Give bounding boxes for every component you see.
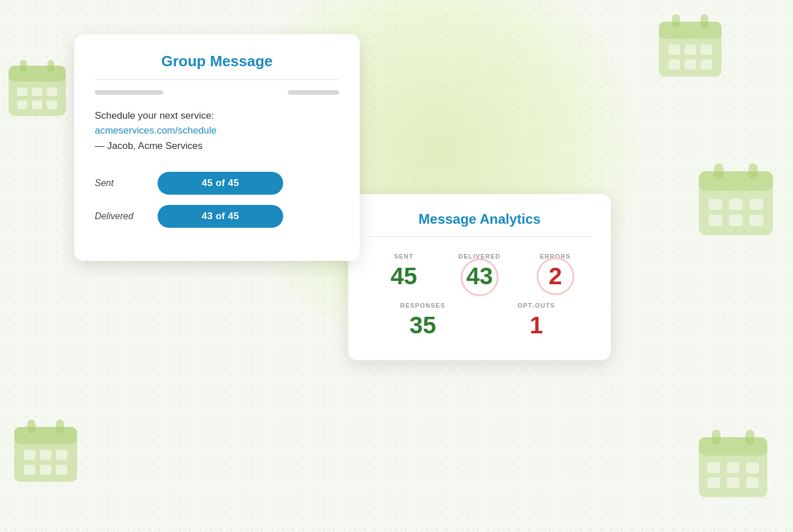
analytics-card: Message Analytics SENT 45 DELIVERED 43 E… [348, 194, 611, 360]
svg-rect-18 [40, 465, 51, 475]
svg-rect-24 [669, 45, 680, 55]
svg-rect-25 [685, 45, 696, 55]
card-divider-top [95, 79, 339, 80]
calendar-icon-right-mid [696, 160, 776, 242]
delivered-row: Delivered 43 of 45 [95, 205, 339, 228]
svg-rect-5 [32, 87, 42, 96]
errors-stat-value: 2 [549, 264, 562, 288]
svg-rect-26 [701, 45, 712, 55]
svg-rect-16 [56, 450, 67, 460]
placeholder-line-left [95, 90, 163, 95]
svg-rect-46 [746, 462, 759, 473]
calendar-icon-bottom-left [11, 417, 80, 487]
responses-stat-value: 35 [369, 313, 477, 337]
svg-rect-2 [20, 60, 27, 72]
analytics-bottom-grid: RESPONSES 35 OPT-OUTS 1 [369, 302, 590, 337]
message-signature: — Jacob, Acme Services [95, 140, 203, 151]
group-message-card: Group Message Schedule your next service… [74, 34, 360, 261]
responses-stat-label: RESPONSES [369, 302, 477, 309]
svg-rect-36 [750, 199, 763, 210]
message-body: Schedule your next service: acmeservices… [95, 108, 339, 154]
placeholder-lines [95, 90, 339, 95]
sent-stat-label: SENT [369, 253, 439, 260]
errors-cell: ERRORS 2 [520, 253, 590, 288]
svg-rect-12 [27, 420, 35, 433]
sent-row: Sent 45 of 45 [95, 172, 339, 195]
sent-cell: SENT 45 [369, 253, 439, 288]
svg-rect-23 [701, 14, 709, 28]
delivered-badge: 43 of 45 [158, 205, 283, 228]
svg-rect-31 [699, 171, 773, 191]
svg-rect-49 [746, 477, 759, 488]
svg-rect-4 [17, 87, 27, 96]
analytics-divider [369, 236, 590, 237]
svg-rect-48 [727, 477, 739, 488]
svg-rect-19 [56, 465, 67, 475]
svg-rect-13 [56, 420, 64, 433]
sent-badge: 45 of 45 [158, 172, 283, 195]
svg-rect-14 [24, 450, 35, 460]
calendar-icon-bottom-right [696, 427, 770, 503]
svg-rect-6 [47, 87, 57, 96]
svg-rect-37 [709, 215, 722, 226]
svg-rect-44 [707, 462, 720, 473]
svg-rect-29 [701, 59, 712, 70]
svg-rect-15 [40, 450, 51, 460]
group-message-title: Group Message [95, 53, 339, 70]
sent-label: Sent [95, 178, 158, 188]
svg-rect-43 [746, 430, 754, 445]
svg-rect-47 [707, 477, 720, 488]
svg-rect-45 [727, 462, 739, 473]
svg-rect-11 [14, 427, 77, 444]
svg-rect-9 [47, 100, 57, 109]
analytics-title: Message Analytics [369, 211, 590, 227]
svg-rect-17 [24, 465, 35, 475]
svg-rect-1 [9, 66, 66, 82]
calendar-icon-top-right-1 [656, 11, 724, 82]
opt-outs-cell: OPT-OUTS 1 [482, 302, 590, 337]
svg-rect-3 [47, 60, 54, 72]
svg-rect-35 [729, 199, 743, 210]
sent-stat-value: 45 [369, 264, 439, 288]
svg-rect-38 [729, 215, 743, 226]
svg-rect-32 [714, 163, 723, 179]
svg-rect-22 [672, 14, 680, 28]
opt-outs-stat-value: 1 [482, 313, 590, 337]
svg-rect-8 [32, 100, 42, 109]
cards-wrapper: Group Message Schedule your next service… [74, 34, 611, 360]
svg-rect-27 [669, 59, 680, 70]
svg-rect-7 [17, 100, 27, 109]
svg-rect-21 [659, 22, 722, 39]
svg-rect-28 [685, 59, 696, 70]
svg-rect-39 [750, 215, 763, 226]
responses-cell: RESPONSES 35 [369, 302, 477, 337]
svg-rect-33 [748, 163, 758, 179]
calendar-icon-top-left [6, 57, 69, 122]
svg-rect-41 [699, 437, 767, 456]
message-link[interactable]: acmeservices.com/schedule [95, 125, 217, 136]
delivered-label: Delivered [95, 211, 158, 221]
placeholder-line-right [288, 90, 339, 95]
message-text: Schedule your next service: [95, 110, 214, 121]
svg-rect-34 [709, 199, 722, 210]
opt-outs-stat-label: OPT-OUTS [482, 302, 590, 309]
svg-rect-42 [712, 430, 720, 445]
